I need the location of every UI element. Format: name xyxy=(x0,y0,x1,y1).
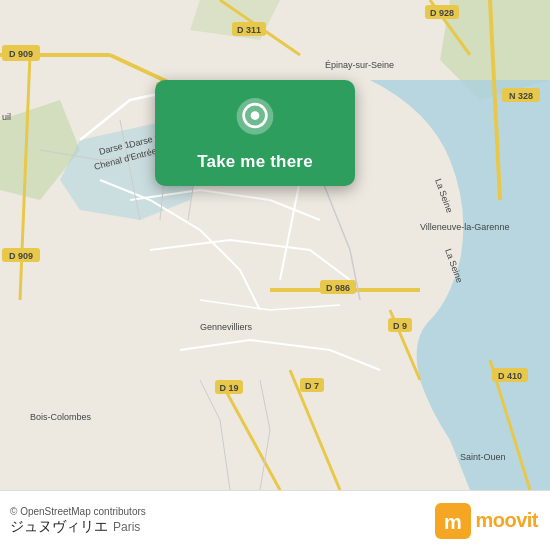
svg-text:m: m xyxy=(445,511,463,533)
bottom-bar: © OpenStreetMap contributors ジュヌヴィリエ Par… xyxy=(0,490,550,550)
location-info: ジュヌヴィリエ Paris xyxy=(10,518,146,536)
take-me-there-button[interactable]: Take me there xyxy=(197,152,313,172)
svg-text:Épinay-sur-Seine: Épinay-sur-Seine xyxy=(325,60,394,70)
svg-text:D 9: D 9 xyxy=(393,321,407,331)
bottom-left: © OpenStreetMap contributors ジュヌヴィリエ Par… xyxy=(10,506,146,536)
svg-text:D 7: D 7 xyxy=(305,381,319,391)
svg-text:Bois-Colombes: Bois-Colombes xyxy=(30,412,92,422)
svg-text:Gennevilliers: Gennevilliers xyxy=(200,322,253,332)
svg-text:Villeneuve-la-Garenne: Villeneuve-la-Garenne xyxy=(420,222,509,232)
svg-text:N 328: N 328 xyxy=(509,91,533,101)
svg-point-51 xyxy=(251,111,260,120)
svg-text:D 909: D 909 xyxy=(9,251,33,261)
location-name: ジュヌヴィリエ xyxy=(10,518,108,536)
svg-text:D 909: D 909 xyxy=(9,49,33,59)
map-container: La Seine La Seine xyxy=(0,0,550,490)
moovit-icon: m xyxy=(435,503,471,539)
svg-text:D 986: D 986 xyxy=(326,283,350,293)
moovit-text: moovit xyxy=(475,509,538,532)
svg-text:Saint-Ouen: Saint-Ouen xyxy=(460,452,506,462)
moovit-logo: m moovit xyxy=(435,503,538,539)
svg-text:D 928: D 928 xyxy=(430,8,454,18)
svg-text:D 19: D 19 xyxy=(219,383,238,393)
location-pin-icon xyxy=(234,98,276,140)
location-city: Paris xyxy=(113,520,140,534)
copyright-text: © OpenStreetMap contributors xyxy=(10,506,146,517)
location-card: Take me there xyxy=(155,80,355,186)
svg-text:D 311: D 311 xyxy=(237,25,261,35)
svg-text:D 410: D 410 xyxy=(498,371,522,381)
svg-text:uil: uil xyxy=(2,112,11,122)
